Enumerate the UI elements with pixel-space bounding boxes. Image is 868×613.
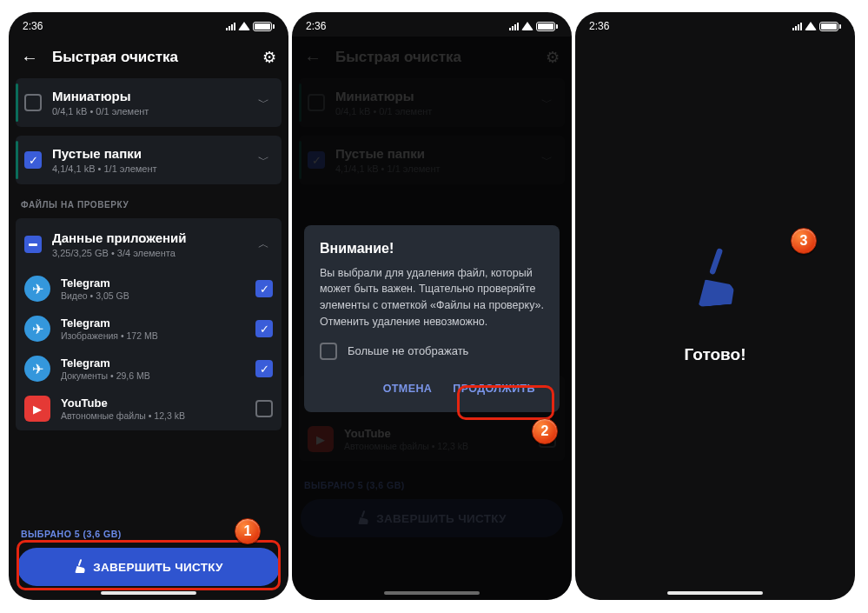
list-item[interactable]: ✈ TelegramИзображения • 172 MB ✓ (16, 309, 282, 349)
home-indicator[interactable] (101, 591, 196, 595)
checkbox-app-data[interactable] (24, 236, 42, 253)
status-time: 2:36 (306, 20, 326, 32)
checkbox-thumbnails[interactable] (24, 94, 42, 111)
app-bar: ← Быстрая очистка ⚙ (9, 37, 288, 78)
broom-icon (690, 257, 739, 307)
done-screen: Готово! (575, 37, 855, 600)
wifi-icon (805, 22, 817, 30)
dialog-body: Вы выбрали для удаления файл, который мо… (320, 265, 544, 330)
group-app-data: Данные приложений 3,25/3,25 GB • 3/4 эле… (16, 218, 282, 430)
checkbox-item[interactable]: ✓ (255, 360, 273, 377)
category-sub: 4,1/4,1 kB • 1/1 элемент (52, 163, 244, 174)
status-bar: 2:36 (292, 12, 572, 37)
list-item[interactable]: ✈ TelegramВидео • 3,05 GB ✓ (16, 269, 282, 309)
continue-button[interactable]: ПРОДОЛЖИТЬ (444, 374, 544, 403)
item-sub: Видео • 3,05 GB (61, 290, 245, 301)
chevron-up-icon[interactable]: ︿ (255, 237, 273, 252)
item-sub: Изображения • 172 MB (61, 330, 245, 341)
wifi-icon (521, 22, 533, 30)
phone-screen-3: 2:36 Готово! 3 (575, 12, 855, 600)
checkbox-item[interactable] (255, 400, 273, 417)
dialog-title: Внимание! (320, 241, 544, 257)
cancel-button[interactable]: ОТМЕНА (374, 374, 441, 403)
section-label: ФАЙЛЫ НА ПРОВЕРКУ (16, 193, 282, 218)
finish-clean-button[interactable]: ЗАВЕРШИТЬ ЧИСТКУ (17, 548, 280, 586)
category-title: Миниатюры (52, 89, 244, 103)
modal-backdrop: Внимание! Вы выбрали для удаления файл, … (292, 37, 572, 600)
group-header[interactable]: Данные приложений 3,25/3,25 GB • 3/4 эле… (16, 222, 282, 269)
group-title: Данные приложений (52, 230, 244, 245)
status-icons (509, 22, 558, 31)
category-title: Пустые папки (52, 146, 244, 161)
home-indicator[interactable] (667, 591, 763, 595)
category-sub: 0/4,1 kB • 0/1 элемент (52, 106, 244, 117)
telegram-icon: ✈ (24, 356, 50, 382)
status-bar: 2:36 (9, 12, 288, 37)
annotation-badge-2: 2 (532, 418, 558, 444)
signal-icon (226, 22, 235, 30)
dont-show-row[interactable]: Больше не отображать (320, 343, 544, 360)
category-thumbnails[interactable]: Миниатюры 0/4,1 kB • 0/1 элемент ﹀ (16, 78, 282, 127)
dont-show-label: Больше не отображать (348, 344, 468, 357)
battery-icon (819, 22, 838, 31)
done-text: Готово! (685, 345, 746, 364)
checkbox-dont-show[interactable] (320, 343, 337, 360)
chevron-down-icon[interactable]: ﹀ (255, 95, 273, 110)
telegram-icon: ✈ (24, 316, 50, 342)
back-icon[interactable]: ← (21, 49, 38, 66)
button-label: ЗАВЕРШИТЬ ЧИСТКУ (93, 561, 223, 574)
item-sub: Автономные файлы • 12,3 kB (61, 410, 245, 421)
phone-screen-1: 2:36 ← Быстрая очистка ⚙ Миниатюры 0/4,1… (9, 12, 288, 600)
wifi-icon (238, 22, 250, 30)
gear-icon[interactable]: ⚙ (262, 48, 276, 67)
page-title: Быстрая очистка (52, 49, 248, 66)
item-title: Telegram (61, 316, 245, 330)
broom-icon (74, 561, 86, 573)
status-icons (226, 22, 275, 31)
checkbox-item[interactable]: ✓ (255, 320, 273, 337)
battery-icon (536, 22, 555, 31)
checkbox-item[interactable]: ✓ (255, 280, 273, 297)
group-sub: 3,25/3,25 GB • 3/4 элемента (52, 248, 244, 258)
warning-dialog: Внимание! Вы выбрали для удаления файл, … (304, 225, 560, 412)
list-item[interactable]: ▶ YouTubeАвтономные файлы • 12,3 kB (16, 389, 282, 429)
phone-screen-2: 2:36 ← Быстрая очистка ⚙ Миниатюры 0/4 (292, 12, 572, 600)
item-title: Telegram (61, 356, 245, 370)
item-sub: Документы • 29,6 MB (61, 370, 245, 381)
annotation-badge-3: 3 (791, 228, 817, 254)
item-title: YouTube (61, 396, 245, 410)
chevron-down-icon[interactable]: ﹀ (255, 152, 273, 168)
list-item[interactable]: ✈ TelegramДокументы • 29,6 MB ✓ (16, 349, 282, 389)
battery-icon (253, 22, 272, 31)
item-title: Telegram (61, 277, 245, 290)
status-time: 2:36 (23, 20, 43, 32)
category-empty-folders[interactable]: ✓ Пустые папки 4,1/4,1 kB • 1/1 элемент … (16, 136, 282, 184)
status-time: 2:36 (589, 20, 609, 32)
annotation-badge-1: 1 (235, 518, 261, 544)
signal-icon (792, 22, 802, 30)
status-icons (792, 22, 841, 31)
status-bar: 2:36 (575, 12, 855, 37)
telegram-icon: ✈ (24, 276, 50, 302)
signal-icon (509, 22, 519, 30)
checkbox-empty-folders[interactable]: ✓ (24, 151, 42, 169)
youtube-icon: ▶ (24, 396, 50, 422)
